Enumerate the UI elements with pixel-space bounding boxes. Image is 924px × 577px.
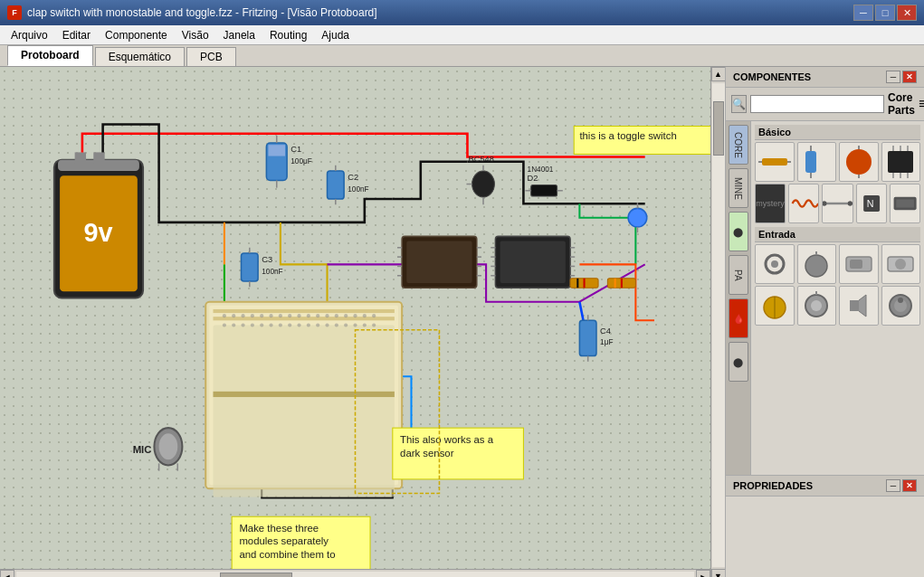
svg-text:D2: D2 <box>528 174 538 183</box>
comp-globe[interactable] <box>755 286 795 326</box>
menu-janela[interactable]: Janela <box>216 27 262 43</box>
svg-point-160 <box>823 201 826 205</box>
side-tab-mine[interactable]: MINE <box>729 168 748 208</box>
ic-chip2[interactable] <box>397 236 481 288</box>
ic-chip1[interactable] <box>491 236 575 288</box>
expand-icon[interactable]: ≡ <box>919 96 924 112</box>
led-blue[interactable] <box>628 203 647 232</box>
comp-resistor[interactable] <box>755 142 795 182</box>
scroll-right-arrow[interactable]: ► <box>696 570 710 578</box>
svg-rect-22 <box>579 320 596 355</box>
canvas-wrapper: 9v <box>0 67 725 577</box>
svg-rect-171 <box>850 260 862 269</box>
comp-capacitor[interactable] <box>797 142 837 182</box>
search-icon-button[interactable]: 🔍 <box>731 95 747 113</box>
comp-wire[interactable] <box>822 184 853 223</box>
maximize-button[interactable]: □ <box>875 5 895 21</box>
svg-point-126 <box>325 323 329 326</box>
svg-text:this is a toggle switch: this is a toggle switch <box>579 130 676 141</box>
side-tab-blood[interactable]: 🩸 <box>729 298 748 338</box>
tab-esquematico[interactable]: Esquemático <box>95 47 185 66</box>
panel-minimize-btn[interactable]: ─ <box>886 71 900 83</box>
right-panel: COMPONENTES ─ ✕ 🔍 Core Parts ≡ CORE MINE… <box>725 67 924 577</box>
minimize-button[interactable]: ─ <box>853 5 873 21</box>
props-close-btn[interactable]: ✕ <box>902 479 917 492</box>
comp-gear[interactable] <box>755 244 795 284</box>
cap-c1[interactable]: C1 100μF <box>266 136 311 188</box>
svg-point-116 <box>232 323 235 326</box>
scroll-left-arrow[interactable]: ◄ <box>0 570 14 578</box>
tab-protoboard[interactable]: Protoboard <box>7 45 93 66</box>
comp-mystery[interactable]: mystery <box>755 184 786 223</box>
tab-pcb[interactable]: PCB <box>186 47 236 66</box>
comp-n-chip[interactable]: N <box>856 184 887 223</box>
svg-point-121 <box>279 323 282 326</box>
menu-routing[interactable]: Routing <box>262 27 314 43</box>
scroll-up-arrow[interactable]: ▲ <box>711 67 726 81</box>
comp-button[interactable] <box>881 244 921 284</box>
svg-point-123 <box>297 323 300 326</box>
props-header-buttons: ─ ✕ <box>886 479 917 492</box>
side-tab-core[interactable]: CORE <box>729 125 748 165</box>
svg-point-27 <box>472 171 495 197</box>
menu-editar[interactable]: Editar <box>55 27 98 43</box>
svg-rect-152 <box>888 151 913 173</box>
microphone[interactable] <box>154 428 182 471</box>
menu-visao[interactable]: Visão <box>175 27 216 43</box>
comp-motor[interactable] <box>797 286 837 326</box>
horizontal-scrollbar[interactable]: ◄ ► <box>0 569 710 577</box>
comp-potentiometer[interactable] <box>797 244 837 284</box>
cap-c3[interactable]: C3 100nF <box>241 248 282 287</box>
menu-arquivo[interactable]: Arquivo <box>4 27 55 43</box>
scroll-thumb-v[interactable] <box>713 101 724 156</box>
cap-c2[interactable]: C2 100nF <box>328 166 369 204</box>
comp-coil[interactable] <box>788 184 819 223</box>
comp-dark-rect[interactable] <box>890 184 920 223</box>
svg-rect-179 <box>850 300 859 311</box>
titlebar: F clap switch with monostable and toggle… <box>0 0 924 25</box>
side-tab-other[interactable]: ⬤ <box>729 342 748 382</box>
comp-switch[interactable] <box>839 244 879 284</box>
resistor-row2[interactable] <box>570 279 635 288</box>
battery-9v[interactable]: 9v <box>54 152 143 298</box>
svg-text:dark sensor: dark sensor <box>400 448 454 459</box>
svg-point-99 <box>232 314 235 317</box>
svg-rect-44 <box>500 241 566 283</box>
search-input[interactable] <box>750 95 884 113</box>
svg-point-118 <box>251 323 254 326</box>
scroll-track-v[interactable] <box>712 83 725 567</box>
side-tab-pa[interactable]: PA <box>729 255 748 295</box>
close-button[interactable]: ✕ <box>897 5 917 21</box>
svg-point-108 <box>316 314 319 317</box>
svg-text:1N4001: 1N4001 <box>528 166 554 174</box>
comp-speaker[interactable] <box>839 286 879 326</box>
svg-rect-32 <box>531 185 557 196</box>
svg-point-106 <box>297 314 300 317</box>
comp-dial[interactable] <box>881 286 921 326</box>
svg-rect-54 <box>406 241 472 283</box>
svg-point-98 <box>223 314 226 317</box>
svg-text:100μF: 100μF <box>291 157 312 166</box>
diode-d2[interactable]: D2 1N4001 <box>525 166 562 196</box>
scroll-thumb[interactable] <box>220 572 292 578</box>
svg-point-113 <box>363 314 367 317</box>
svg-point-127 <box>335 323 338 326</box>
comp-led[interactable] <box>839 142 879 182</box>
scroll-down-arrow[interactable]: ▼ <box>711 569 726 577</box>
menu-ajuda[interactable]: Ajuda <box>314 27 357 43</box>
canvas-area[interactable]: 9v <box>0 67 710 577</box>
side-tab-arduino[interactable]: ⬤ <box>729 212 748 251</box>
menu-componente[interactable]: Componente <box>98 27 175 43</box>
svg-point-125 <box>316 323 319 326</box>
props-minimize-btn[interactable]: ─ <box>886 479 900 492</box>
view-tabs: Protoboard Esquemático PCB <box>0 45 924 67</box>
transistor-bc548[interactable]: BC548 <box>466 155 494 205</box>
svg-text:Make these three: Make these three <box>239 523 319 534</box>
comp-row2: mystery N <box>755 184 920 223</box>
comp-ic[interactable] <box>881 142 921 182</box>
cap-c4[interactable]: C4 1μF <box>579 315 613 362</box>
panel-close-btn[interactable]: ✕ <box>902 71 917 83</box>
breadboard-main[interactable] <box>205 302 402 497</box>
svg-point-101 <box>251 314 254 317</box>
scroll-track[interactable] <box>16 572 694 578</box>
